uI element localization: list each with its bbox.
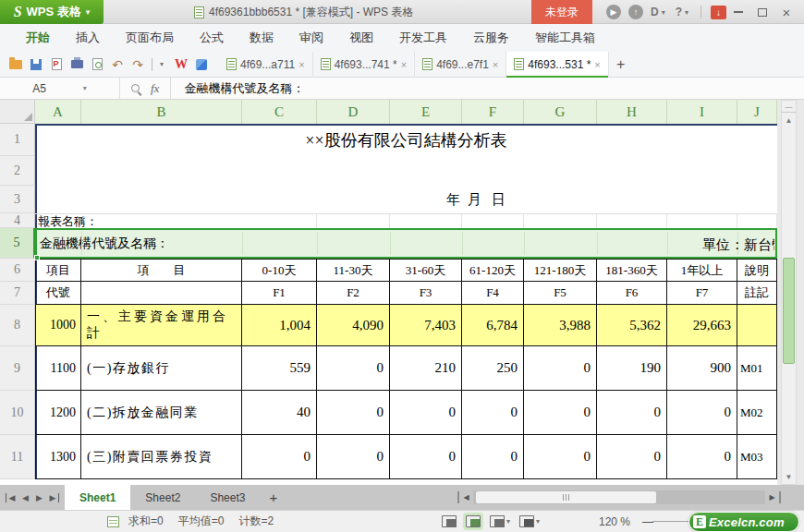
- vertical-scroll-thumb[interactable]: [783, 258, 795, 364]
- cell-c6[interactable]: 0-10天: [242, 259, 317, 282]
- cell-i9[interactable]: 900: [667, 346, 737, 391]
- fill-handle[interactable]: [34, 255, 40, 260]
- page-layout-view-icon[interactable]: [466, 515, 481, 527]
- cell-i6[interactable]: 1年以上: [667, 259, 737, 282]
- cell-d7[interactable]: F2: [317, 282, 390, 305]
- cell-d4[interactable]: [317, 213, 390, 228]
- insert-function-button[interactable]: fx: [151, 81, 159, 96]
- row-header-10[interactable]: 10: [0, 391, 35, 435]
- cell-b6[interactable]: 項 目: [81, 259, 242, 282]
- cell-a11[interactable]: 1300: [35, 435, 81, 479]
- cell-a8[interactable]: 1000: [35, 305, 81, 346]
- scroll-up-icon[interactable]: ▲: [782, 113, 796, 127]
- select-all-corner[interactable]: [0, 100, 35, 124]
- close-icon[interactable]: ×: [493, 59, 498, 70]
- close-icon[interactable]: ×: [298, 59, 304, 70]
- wps-writer-icon[interactable]: W: [172, 55, 190, 74]
- cell-h7[interactable]: F6: [597, 282, 667, 305]
- cell-i7[interactable]: F7: [667, 282, 737, 305]
- cell-d10[interactable]: 0: [317, 391, 390, 435]
- column-header-h[interactable]: H: [597, 100, 667, 124]
- cell-e4[interactable]: [390, 213, 462, 228]
- cell-h11[interactable]: 0: [597, 435, 667, 479]
- cell-c7[interactable]: F1: [242, 282, 317, 305]
- cell-i10[interactable]: 0: [667, 391, 737, 435]
- scroll-down-icon[interactable]: ▼: [782, 469, 796, 484]
- export-pdf-button[interactable]: [47, 55, 66, 74]
- menu-smart-toolbox[interactable]: 智能工具箱: [522, 30, 608, 46]
- next-sheet-icon[interactable]: ▶: [33, 493, 45, 502]
- row-header-1[interactable]: 1: [0, 124, 35, 156]
- menu-cloud[interactable]: 云服务: [460, 30, 522, 46]
- column-header-e[interactable]: E: [390, 100, 462, 124]
- undo-button[interactable]: ↶: [108, 55, 127, 74]
- cell-b9[interactable]: (一)存放銀行: [81, 346, 242, 391]
- cell-d9[interactable]: 0: [317, 346, 390, 391]
- cell-d11[interactable]: 0: [317, 435, 390, 479]
- file-tab-4-active[interactable]: 4f693...531 * ×: [506, 52, 609, 78]
- help-icon[interactable]: ?▾: [676, 5, 691, 19]
- horizontal-scroll-track[interactable]: [473, 490, 765, 504]
- menu-developer[interactable]: 开发工具: [386, 30, 460, 46]
- cell-c8[interactable]: 1,004: [242, 305, 317, 346]
- cell-c11[interactable]: 0: [242, 435, 317, 479]
- sheet-tab-sheet3[interactable]: Sheet3: [195, 485, 260, 510]
- cell-g6[interactable]: 121-180天: [524, 259, 597, 282]
- cell-h6[interactable]: 181-360天: [597, 259, 667, 282]
- cell-a9[interactable]: 1100: [35, 346, 81, 391]
- column-header-f[interactable]: F: [462, 100, 524, 124]
- column-header-j[interactable]: J: [737, 100, 777, 124]
- cell-b8[interactable]: 一、主要資金運用合計: [81, 305, 242, 346]
- cell-a7[interactable]: 代號: [35, 282, 81, 305]
- cell-j4[interactable]: [737, 213, 777, 228]
- skin-icon[interactable]: D▾: [651, 5, 668, 19]
- last-sheet-icon[interactable]: ▶: [47, 493, 59, 502]
- save-button[interactable]: [27, 55, 45, 74]
- column-header-d[interactable]: D: [317, 100, 390, 124]
- sheet-tab-sheet1[interactable]: Sheet1: [65, 485, 130, 510]
- scroll-left-icon[interactable]: ◀: [459, 493, 473, 502]
- cell-e10[interactable]: 0: [390, 391, 462, 435]
- split-handle[interactable]: [779, 491, 781, 503]
- cell-b10[interactable]: (二)拆放金融同業: [81, 391, 242, 435]
- menu-home[interactable]: 开始: [13, 30, 63, 46]
- cell-h8[interactable]: 5,362: [597, 305, 667, 346]
- cell-i11[interactable]: 0: [667, 435, 737, 479]
- cell-e11[interactable]: 0: [390, 435, 462, 479]
- cell-c10[interactable]: 40: [242, 391, 317, 435]
- horizontal-scroll-thumb[interactable]: [476, 491, 656, 503]
- display-option-button[interactable]: ▾: [519, 515, 540, 527]
- cell-j8[interactable]: [737, 305, 777, 346]
- menu-formulas[interactable]: 公式: [187, 30, 237, 46]
- play-circle-icon[interactable]: ▶: [606, 5, 621, 19]
- print-preview-button[interactable]: [88, 55, 106, 74]
- menu-page-layout[interactable]: 页面布局: [113, 30, 187, 46]
- row-header-8[interactable]: 8: [0, 305, 35, 346]
- cell-f7[interactable]: F4: [462, 282, 524, 305]
- cell-d6[interactable]: 11-30天: [317, 259, 390, 282]
- cell-h10[interactable]: 0: [597, 391, 667, 435]
- toolbar-more-icon[interactable]: ▾: [160, 60, 164, 68]
- download-icon[interactable]: ↓: [711, 6, 726, 19]
- column-header-g[interactable]: G: [524, 100, 597, 124]
- column-header-c[interactable]: C: [242, 100, 317, 124]
- open-button[interactable]: [6, 55, 25, 74]
- cell-report-name[interactable]: 報表名稱：: [35, 213, 242, 228]
- row-header-7[interactable]: 7: [0, 282, 35, 305]
- cell-f8[interactable]: 6,784: [462, 305, 524, 346]
- cell-name-box[interactable]: A5 ▾: [0, 78, 120, 99]
- cell-f11[interactable]: 0: [462, 435, 524, 479]
- column-header-a[interactable]: A: [35, 100, 81, 124]
- vertical-scrollbar[interactable]: — ▲ ▼: [781, 100, 797, 485]
- cell-j6[interactable]: 說明: [737, 259, 777, 282]
- cell-i4[interactable]: [667, 213, 737, 228]
- cell-j9[interactable]: M01: [737, 346, 777, 391]
- horizontal-scrollbar[interactable]: ◀ ▶: [457, 489, 781, 506]
- row-header-2[interactable]: 2: [0, 156, 35, 186]
- sheet-tab-sheet2[interactable]: Sheet2: [130, 485, 195, 510]
- cell-date-row[interactable]: 年 月 日: [35, 186, 777, 213]
- cell-blank-row2[interactable]: [35, 156, 777, 186]
- file-tab-3[interactable]: 4f69...e7f1 ×: [415, 52, 506, 78]
- docer-cube-button[interactable]: [192, 55, 211, 74]
- cell-a10[interactable]: 1200: [35, 391, 81, 435]
